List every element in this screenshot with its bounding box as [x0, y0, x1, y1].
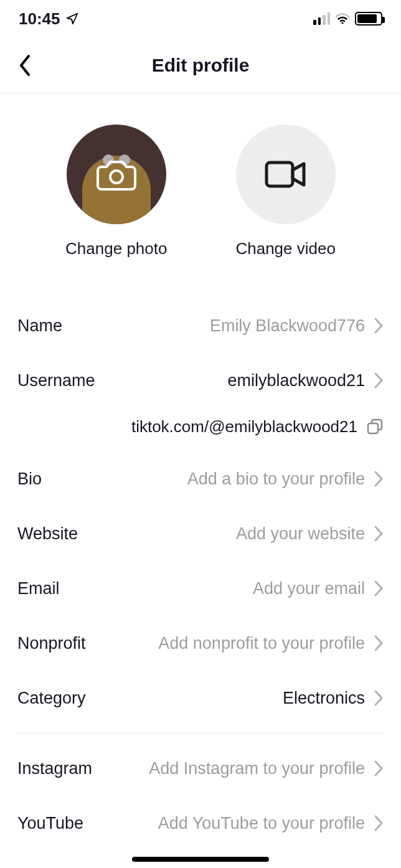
home-indicator — [132, 857, 269, 862]
row-email-value: Add your email — [253, 579, 365, 598]
row-name-label: Name — [17, 316, 62, 336]
battery-icon — [355, 12, 382, 26]
chevron-right-icon — [374, 760, 384, 777]
row-website-label: Website — [17, 524, 78, 544]
row-email[interactable]: Email Add your email — [17, 561, 384, 616]
svg-point-0 — [341, 22, 343, 24]
copy-icon[interactable] — [366, 418, 384, 435]
profile-url-row[interactable]: tiktok.com/@emilyblackwood21 — [17, 408, 384, 451]
nav-header: Edit profile — [0, 37, 401, 93]
row-name-value: Emily Blackwood776 — [210, 316, 365, 336]
status-left: 10:45 — [19, 9, 79, 29]
svg-rect-2 — [267, 163, 293, 186]
svg-rect-4 — [368, 423, 378, 433]
change-photo-label: Change photo — [65, 239, 167, 258]
wifi-icon — [335, 11, 350, 26]
back-button[interactable] — [12, 53, 37, 78]
chevron-right-icon — [374, 372, 384, 389]
row-youtube-value: Add YouTube to your profile — [158, 814, 365, 833]
chevron-right-icon — [374, 689, 384, 707]
chevron-left-icon — [17, 54, 32, 77]
row-category-value: Electronics — [283, 689, 365, 708]
row-username-value: emilyblackwood21 — [227, 371, 365, 390]
video-camera-icon — [264, 159, 308, 190]
media-row: Change photo Change video — [0, 93, 401, 283]
camera-icon — [97, 157, 136, 192]
svg-point-1 — [110, 171, 123, 183]
row-name[interactable]: Name Emily Blackwood776 — [17, 298, 384, 353]
row-username-label: Username — [17, 371, 95, 390]
chevron-right-icon — [374, 814, 384, 832]
chevron-right-icon — [374, 634, 384, 652]
row-youtube[interactable]: YouTube Add YouTube to your profile — [17, 796, 384, 851]
chevron-right-icon — [374, 317, 384, 334]
row-nonprofit-value: Add nonprofit to your profile — [158, 634, 365, 653]
row-bio-label: Bio — [17, 469, 42, 489]
change-photo-button[interactable]: Change photo — [65, 125, 167, 258]
status-right — [313, 11, 382, 26]
location-icon — [65, 12, 79, 26]
row-email-label: Email — [17, 579, 60, 598]
row-bio[interactable]: Bio Add a bio to your profile — [17, 451, 384, 506]
row-instagram-value: Add Instagram to your profile — [149, 759, 365, 778]
status-bar: 10:45 — [0, 0, 401, 37]
status-time: 10:45 — [19, 9, 60, 29]
chevron-right-icon — [374, 470, 384, 488]
row-bio-value: Add a bio to your profile — [187, 469, 365, 489]
change-video-label: Change video — [235, 239, 335, 258]
row-nonprofit-label: Nonprofit — [17, 634, 86, 653]
row-instagram[interactable]: Instagram Add Instagram to your profile — [17, 741, 384, 796]
row-category[interactable]: Category Electronics — [17, 671, 384, 725]
row-youtube-label: YouTube — [17, 814, 83, 833]
row-website[interactable]: Website Add your website — [17, 506, 384, 561]
profile-url-text: tiktok.com/@emilyblackwood21 — [131, 417, 357, 436]
chevron-right-icon — [374, 525, 384, 542]
cell-signal-icon — [313, 12, 330, 25]
change-video-button[interactable]: Change video — [235, 125, 335, 258]
profile-video-placeholder — [236, 125, 336, 224]
row-website-value: Add your website — [236, 524, 365, 544]
row-nonprofit[interactable]: Nonprofit Add nonprofit to your profile — [17, 616, 384, 671]
row-category-label: Category — [17, 689, 86, 708]
row-instagram-label: Instagram — [17, 759, 92, 778]
profile-photo-avatar — [67, 125, 166, 224]
section-divider — [17, 733, 384, 734]
row-username[interactable]: Username emilyblackwood21 — [17, 353, 384, 408]
chevron-right-icon — [374, 580, 384, 597]
profile-fields-list: Name Emily Blackwood776 Username emilybl… — [0, 283, 401, 851]
page-title: Edit profile — [152, 55, 250, 76]
